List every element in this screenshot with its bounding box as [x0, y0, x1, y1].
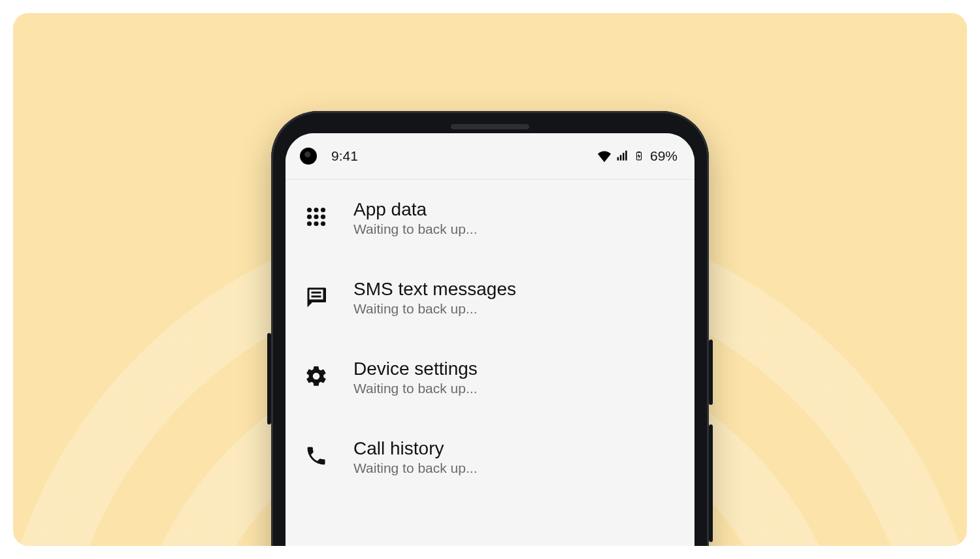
status-time: 9:41 — [331, 148, 358, 164]
battery-percent: 69% — [650, 148, 678, 164]
svg-rect-0 — [617, 157, 619, 161]
side-button-left — [267, 333, 271, 424]
svg-rect-2 — [623, 153, 625, 161]
svg-point-9 — [321, 208, 325, 212]
svg-rect-5 — [638, 152, 640, 153]
list-item-device-settings[interactable]: Device settings Waiting to back up... — [297, 356, 683, 399]
list-item-subtitle: Waiting to back up... — [353, 221, 477, 237]
list-item-title: App data — [353, 199, 477, 220]
list-item-title: SMS text messages — [353, 279, 516, 300]
battery-icon — [634, 149, 644, 163]
message-icon — [302, 283, 330, 310]
screen: 9:41 — [286, 133, 694, 546]
settings-icon — [302, 362, 330, 390]
wifi-icon — [598, 150, 611, 163]
svg-point-13 — [307, 221, 312, 226]
list-item-subtitle: Waiting to back up... — [353, 460, 477, 476]
status-right: 69% — [598, 148, 678, 164]
svg-rect-3 — [625, 151, 627, 161]
list-item-subtitle: Waiting to back up... — [353, 301, 516, 317]
svg-rect-1 — [620, 155, 622, 160]
speaker-slot — [451, 124, 529, 129]
phone-shell: 9:41 — [271, 111, 709, 546]
list-item-subtitle: Waiting to back up... — [353, 381, 478, 396]
list-item-sms[interactable]: SMS text messages Waiting to back up... — [297, 276, 683, 319]
list-item-title: Device settings — [353, 359, 478, 379]
list-item-call-history[interactable]: Call history Waiting to back up... — [297, 436, 683, 479]
svg-point-11 — [314, 214, 318, 219]
svg-point-10 — [307, 214, 312, 219]
phone-icon — [302, 442, 330, 470]
list-item-app-data[interactable]: App data Waiting to back up... — [297, 197, 683, 240]
front-camera — [300, 148, 317, 165]
svg-point-7 — [307, 208, 312, 212]
art-board: 9:41 — [13, 13, 967, 546]
svg-marker-6 — [638, 153, 641, 159]
svg-point-12 — [321, 214, 325, 219]
side-button-right-2 — [709, 424, 713, 542]
list-item-title: Call history — [353, 438, 477, 459]
apps-icon — [302, 203, 330, 231]
backup-list: App data Waiting to back up... SMS text … — [286, 180, 694, 546]
side-button-right-1 — [709, 340, 713, 405]
svg-point-14 — [314, 221, 318, 226]
cellular-icon — [616, 150, 629, 163]
svg-point-8 — [314, 208, 318, 212]
status-bar: 9:41 — [286, 133, 694, 180]
svg-point-15 — [321, 221, 325, 226]
